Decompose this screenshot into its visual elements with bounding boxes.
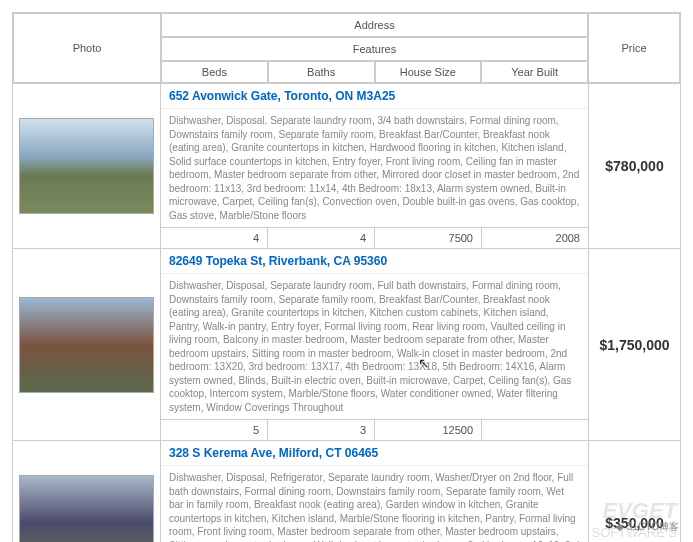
header-year-built[interactable]: Year Built [481, 61, 588, 83]
content-cell: 652 Avonwick Gate, Toronto, ON M3A25Dish… [161, 84, 588, 248]
stat-size: 12500 [375, 420, 482, 440]
property-grid: Photo Address Features Beds Baths House … [12, 12, 681, 542]
header-address[interactable]: Address [161, 13, 588, 37]
price-value: $1,750,000 [588, 249, 680, 440]
address-link[interactable]: 82649 Topeka St, Riverbank, CA 95360 [161, 249, 588, 274]
stat-size: 7500 [375, 228, 482, 248]
house-image[interactable] [19, 118, 154, 214]
stat-beds: 5 [161, 420, 268, 440]
stat-baths: 4 [268, 228, 375, 248]
stat-baths: 3 [268, 420, 375, 440]
description-text: Dishwasher, Disposal, Separate laundry r… [161, 109, 588, 227]
house-image[interactable] [19, 475, 154, 542]
house-image[interactable] [19, 297, 154, 393]
header-features[interactable]: Features [161, 37, 588, 61]
address-link[interactable]: 652 Avonwick Gate, Toronto, ON M3A25 [161, 84, 588, 109]
listing-row: 328 S Kerema Ave, Milford, CT 06465Dishw… [13, 440, 680, 542]
listing-row: 652 Avonwick Gate, Toronto, ON M3A25Dish… [13, 83, 680, 248]
content-cell: 328 S Kerema Ave, Milford, CT 06465Dishw… [161, 441, 588, 542]
listing-row: 82649 Topeka St, Riverbank, CA 95360Dish… [13, 248, 680, 440]
photo-cell [13, 84, 161, 248]
header-price[interactable]: Price [588, 13, 680, 83]
stats-row: 4475002008 [161, 227, 588, 248]
stat-beds: 4 [161, 228, 268, 248]
header-beds[interactable]: Beds [161, 61, 268, 83]
description-text: Dishwasher, Disposal, Separate laundry r… [161, 274, 588, 419]
header-baths[interactable]: Baths [268, 61, 375, 83]
stat-year [482, 420, 588, 440]
photo-cell [13, 441, 161, 542]
header-house-size[interactable]: House Size [375, 61, 482, 83]
stats-row: 5312500 [161, 419, 588, 440]
description-text: Dishwasher, Disposal, Refrigerator, Sepa… [161, 466, 588, 542]
address-link[interactable]: 328 S Kerema Ave, Milford, CT 06465 [161, 441, 588, 466]
stat-year: 2008 [482, 228, 588, 248]
content-cell: 82649 Topeka St, Riverbank, CA 95360Dish… [161, 249, 588, 440]
price-value: $780,000 [588, 84, 680, 248]
header-photo[interactable]: Photo [13, 13, 161, 83]
photo-cell [13, 249, 161, 440]
attribution: ◆ 51CTO博客 [616, 520, 679, 534]
